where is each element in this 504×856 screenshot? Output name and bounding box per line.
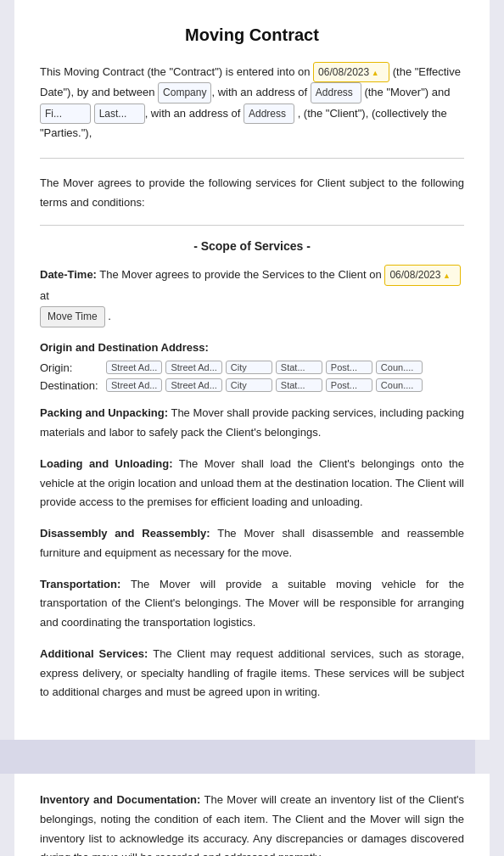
datetime-text: The Mover agrees to provide the Services… xyxy=(99,268,381,281)
scope-section: - Scope of Services - Date-Time: The Mov… xyxy=(40,225,464,702)
company-input[interactable]: Company xyxy=(158,82,211,103)
intro-text1: This Moving Contract (the "Contract") is… xyxy=(40,65,310,78)
section-inventory: Inventory and Documentation: The Mover w… xyxy=(40,791,464,856)
page-title: Moving Contract xyxy=(40,25,464,45)
origin-state[interactable]: Stat... xyxy=(276,361,322,374)
mover-agrees-block: The Mover agrees to provide the followin… xyxy=(40,174,464,213)
service-disassembly: Disassembly and Reassembly: The Mover sh… xyxy=(40,524,464,563)
dest-street1[interactable]: Street Ad... xyxy=(106,378,162,392)
mover-address-input[interactable]: Address xyxy=(311,82,361,103)
origin-row: Origin: Street Ad... Street Ad... City S… xyxy=(40,361,464,374)
move-time-button[interactable]: Move Time xyxy=(40,306,105,328)
origin-city[interactable]: City xyxy=(226,361,272,374)
disassembly-label: Disassembly and Reassembly: xyxy=(40,527,210,540)
at-text: at xyxy=(40,289,49,302)
dest-postal[interactable]: Post... xyxy=(326,378,372,392)
lower-page: Inventory and Documentation: The Mover w… xyxy=(14,774,490,856)
datetime-row: Date-Time: The Mover agrees to provide t… xyxy=(40,265,464,328)
service-date-input[interactable]: 06/08/2023 xyxy=(384,265,461,287)
service-loading: Loading and Unloading: The Mover shall l… xyxy=(40,455,464,512)
loading-label: Loading and Unloading: xyxy=(40,457,173,470)
intro-block: This Moving Contract (the "Contract") is… xyxy=(40,62,464,159)
inventory-label: Inventory and Documentation: xyxy=(40,793,200,806)
additional-label: Additional Services: xyxy=(40,647,148,660)
service-packing: Packing and Unpacking: The Mover shall p… xyxy=(40,404,464,443)
dest-city[interactable]: City xyxy=(226,378,272,392)
address-section: Origin and Destination Address: Origin: … xyxy=(40,341,464,392)
dest-country[interactable]: Coun.... xyxy=(376,378,423,392)
dest-street2[interactable]: Street Ad... xyxy=(165,378,221,392)
origin-label: Origin: xyxy=(40,361,99,374)
client-address-input[interactable]: Address xyxy=(244,104,294,124)
origin-street2[interactable]: Street Ad... xyxy=(165,361,221,374)
intro-text4: (the "Mover") and xyxy=(364,86,450,98)
intro-text3: with an address of xyxy=(218,86,308,98)
destination-row: Destination: Street Ad... Street Ad... C… xyxy=(40,378,464,392)
page-break-divider xyxy=(0,740,475,774)
scope-title: - Scope of Services - xyxy=(40,239,464,253)
transportation-label: Transportation: xyxy=(40,578,120,590)
service-additional: Additional Services: The Client may requ… xyxy=(40,645,464,702)
effective-date-input[interactable]: 06/08/2023 xyxy=(313,62,389,82)
datetime-label: Date-Time: xyxy=(40,268,97,281)
origin-country[interactable]: Coun.... xyxy=(376,361,423,374)
client-lastname-input[interactable]: Last... xyxy=(94,104,145,124)
destination-label: Destination: xyxy=(40,379,99,392)
packing-label: Packing and Unpacking: xyxy=(40,406,168,419)
origin-postal[interactable]: Post... xyxy=(326,361,372,374)
service-transportation: Transportation: The Mover will provide a… xyxy=(40,575,464,633)
client-firstname-input[interactable]: Fi... xyxy=(40,104,91,124)
origin-street1[interactable]: Street Ad... xyxy=(106,361,162,374)
origin-destination-title: Origin and Destination Address: xyxy=(40,341,464,354)
intro-text5: with an address of xyxy=(151,106,241,119)
dest-state[interactable]: Stat... xyxy=(276,378,322,392)
